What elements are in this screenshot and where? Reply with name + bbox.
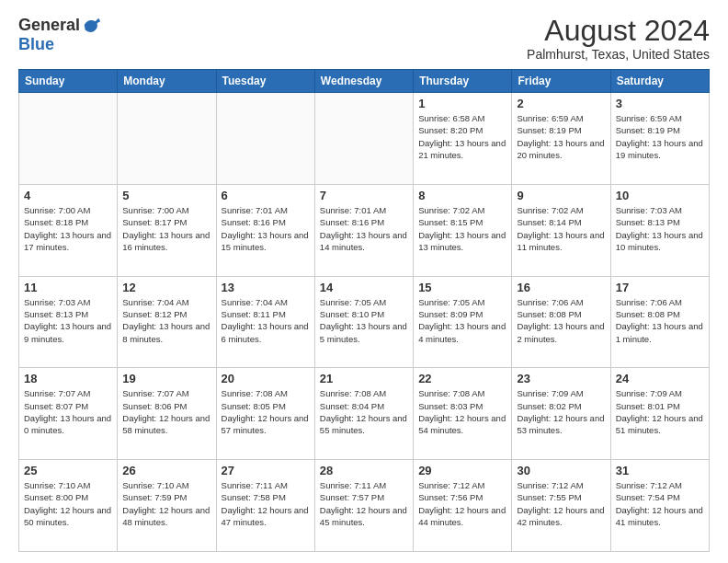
day-info: Sunrise: 7:07 AM Sunset: 8:07 PM Dayligh…	[24, 387, 112, 436]
day-cell: 10Sunrise: 7:03 AM Sunset: 8:13 PM Dayli…	[610, 184, 709, 276]
day-info: Sunrise: 7:00 AM Sunset: 8:18 PM Dayligh…	[24, 204, 112, 253]
week-row-2: 4Sunrise: 7:00 AM Sunset: 8:18 PM Daylig…	[19, 184, 710, 276]
logo-general-text: General	[18, 16, 80, 35]
day-cell: 24Sunrise: 7:09 AM Sunset: 8:01 PM Dayli…	[610, 368, 709, 460]
day-number: 2	[517, 97, 605, 110]
day-info: Sunrise: 7:02 AM Sunset: 8:14 PM Dayligh…	[517, 204, 605, 253]
day-info: Sunrise: 7:06 AM Sunset: 8:08 PM Dayligh…	[616, 296, 704, 345]
day-number: 9	[517, 189, 605, 202]
logo-blue-text: Blue	[18, 35, 54, 54]
day-number: 11	[24, 281, 112, 294]
day-info: Sunrise: 7:12 AM Sunset: 7:55 PM Dayligh…	[517, 479, 605, 528]
day-cell: 26Sunrise: 7:10 AM Sunset: 7:59 PM Dayli…	[118, 460, 216, 552]
day-cell: 29Sunrise: 7:12 AM Sunset: 7:56 PM Dayli…	[414, 460, 512, 552]
title-block: August 2024 Palmhurst, Texas, United Sta…	[527, 15, 710, 62]
day-number: 28	[320, 464, 408, 477]
week-row-4: 18Sunrise: 7:07 AM Sunset: 8:07 PM Dayli…	[19, 368, 710, 460]
day-number: 30	[517, 464, 605, 477]
day-number: 23	[517, 372, 605, 385]
day-info: Sunrise: 7:07 AM Sunset: 8:06 PM Dayligh…	[122, 387, 210, 436]
day-cell: 23Sunrise: 7:09 AM Sunset: 8:02 PM Dayli…	[512, 368, 610, 460]
day-info: Sunrise: 7:06 AM Sunset: 8:08 PM Dayligh…	[517, 296, 605, 345]
day-info: Sunrise: 7:00 AM Sunset: 8:17 PM Dayligh…	[122, 204, 210, 253]
day-info: Sunrise: 7:10 AM Sunset: 8:00 PM Dayligh…	[24, 479, 112, 528]
day-cell: 28Sunrise: 7:11 AM Sunset: 7:57 PM Dayli…	[314, 460, 413, 552]
day-number: 5	[122, 189, 210, 202]
day-number: 4	[24, 189, 112, 202]
day-info: Sunrise: 7:05 AM Sunset: 8:10 PM Dayligh…	[320, 296, 408, 345]
subtitle: Palmhurst, Texas, United States	[527, 47, 710, 62]
day-cell	[118, 93, 216, 185]
day-number: 12	[122, 281, 210, 294]
day-info: Sunrise: 7:11 AM Sunset: 7:57 PM Dayligh…	[320, 479, 408, 528]
day-cell: 11Sunrise: 7:03 AM Sunset: 8:13 PM Dayli…	[19, 276, 118, 368]
header: General Blue August 2024 Palmhurst, Texa…	[18, 15, 710, 62]
day-info: Sunrise: 7:10 AM Sunset: 7:59 PM Dayligh…	[122, 479, 210, 528]
day-number: 27	[222, 464, 310, 477]
col-sunday: Sunday	[19, 70, 118, 93]
day-number: 18	[24, 372, 112, 385]
col-tuesday: Tuesday	[216, 70, 314, 93]
day-info: Sunrise: 7:08 AM Sunset: 8:04 PM Dayligh…	[320, 387, 408, 436]
day-info: Sunrise: 7:09 AM Sunset: 8:01 PM Dayligh…	[616, 387, 704, 436]
logo-icon	[82, 15, 102, 35]
day-cell: 16Sunrise: 7:06 AM Sunset: 8:08 PM Dayli…	[512, 276, 610, 368]
day-info: Sunrise: 6:59 AM Sunset: 8:19 PM Dayligh…	[616, 112, 704, 161]
day-cell: 19Sunrise: 7:07 AM Sunset: 8:06 PM Dayli…	[118, 368, 216, 460]
day-cell: 14Sunrise: 7:05 AM Sunset: 8:10 PM Dayli…	[314, 276, 413, 368]
day-info: Sunrise: 7:01 AM Sunset: 8:16 PM Dayligh…	[320, 204, 408, 253]
day-number: 17	[616, 281, 704, 294]
day-info: Sunrise: 7:02 AM Sunset: 8:15 PM Dayligh…	[418, 204, 506, 253]
day-cell: 17Sunrise: 7:06 AM Sunset: 8:08 PM Dayli…	[610, 276, 709, 368]
day-cell: 7Sunrise: 7:01 AM Sunset: 8:16 PM Daylig…	[314, 184, 413, 276]
day-number: 6	[222, 189, 310, 202]
day-cell: 8Sunrise: 7:02 AM Sunset: 8:15 PM Daylig…	[414, 184, 512, 276]
day-cell: 1Sunrise: 6:58 AM Sunset: 8:20 PM Daylig…	[414, 93, 512, 185]
day-number: 24	[616, 372, 704, 385]
day-cell: 30Sunrise: 7:12 AM Sunset: 7:55 PM Dayli…	[512, 460, 610, 552]
day-number: 15	[418, 281, 506, 294]
logo: General Blue	[18, 15, 102, 54]
day-cell: 18Sunrise: 7:07 AM Sunset: 8:07 PM Dayli…	[19, 368, 118, 460]
day-info: Sunrise: 7:04 AM Sunset: 8:11 PM Dayligh…	[222, 296, 310, 345]
main-title: August 2024	[527, 15, 710, 47]
day-info: Sunrise: 7:04 AM Sunset: 8:12 PM Dayligh…	[122, 296, 210, 345]
day-number: 14	[320, 281, 408, 294]
day-info: Sunrise: 7:03 AM Sunset: 8:13 PM Dayligh…	[616, 204, 704, 253]
day-number: 1	[418, 97, 506, 110]
day-cell: 21Sunrise: 7:08 AM Sunset: 8:04 PM Dayli…	[314, 368, 413, 460]
day-info: Sunrise: 7:03 AM Sunset: 8:13 PM Dayligh…	[24, 296, 112, 345]
day-cell	[19, 93, 118, 185]
day-info: Sunrise: 7:09 AM Sunset: 8:02 PM Dayligh…	[517, 387, 605, 436]
day-number: 25	[24, 464, 112, 477]
col-wednesday: Wednesday	[314, 70, 413, 93]
day-number: 22	[418, 372, 506, 385]
day-cell: 6Sunrise: 7:01 AM Sunset: 8:16 PM Daylig…	[216, 184, 314, 276]
day-cell: 20Sunrise: 7:08 AM Sunset: 8:05 PM Dayli…	[216, 368, 314, 460]
day-number: 3	[616, 97, 704, 110]
week-row-1: 1Sunrise: 6:58 AM Sunset: 8:20 PM Daylig…	[19, 93, 710, 185]
day-info: Sunrise: 7:08 AM Sunset: 8:03 PM Dayligh…	[418, 387, 506, 436]
col-friday: Friday	[512, 70, 610, 93]
day-number: 10	[616, 189, 704, 202]
day-cell: 12Sunrise: 7:04 AM Sunset: 8:12 PM Dayli…	[118, 276, 216, 368]
day-info: Sunrise: 6:58 AM Sunset: 8:20 PM Dayligh…	[418, 112, 506, 161]
calendar-table: Sunday Monday Tuesday Wednesday Thursday…	[18, 69, 710, 552]
day-info: Sunrise: 7:08 AM Sunset: 8:05 PM Dayligh…	[222, 387, 310, 436]
col-thursday: Thursday	[414, 70, 512, 93]
calendar-body: 1Sunrise: 6:58 AM Sunset: 8:20 PM Daylig…	[19, 93, 710, 552]
day-info: Sunrise: 7:01 AM Sunset: 8:16 PM Dayligh…	[222, 204, 310, 253]
day-cell: 25Sunrise: 7:10 AM Sunset: 8:00 PM Dayli…	[19, 460, 118, 552]
day-number: 13	[222, 281, 310, 294]
day-cell	[314, 93, 413, 185]
day-info: Sunrise: 7:05 AM Sunset: 8:09 PM Dayligh…	[418, 296, 506, 345]
day-cell: 5Sunrise: 7:00 AM Sunset: 8:17 PM Daylig…	[118, 184, 216, 276]
day-number: 20	[222, 372, 310, 385]
day-cell: 27Sunrise: 7:11 AM Sunset: 7:58 PM Dayli…	[216, 460, 314, 552]
col-monday: Monday	[118, 70, 216, 93]
day-cell: 13Sunrise: 7:04 AM Sunset: 8:11 PM Dayli…	[216, 276, 314, 368]
day-cell: 2Sunrise: 6:59 AM Sunset: 8:19 PM Daylig…	[512, 93, 610, 185]
day-info: Sunrise: 7:12 AM Sunset: 7:54 PM Dayligh…	[616, 479, 704, 528]
week-row-5: 25Sunrise: 7:10 AM Sunset: 8:00 PM Dayli…	[19, 460, 710, 552]
day-cell: 22Sunrise: 7:08 AM Sunset: 8:03 PM Dayli…	[414, 368, 512, 460]
